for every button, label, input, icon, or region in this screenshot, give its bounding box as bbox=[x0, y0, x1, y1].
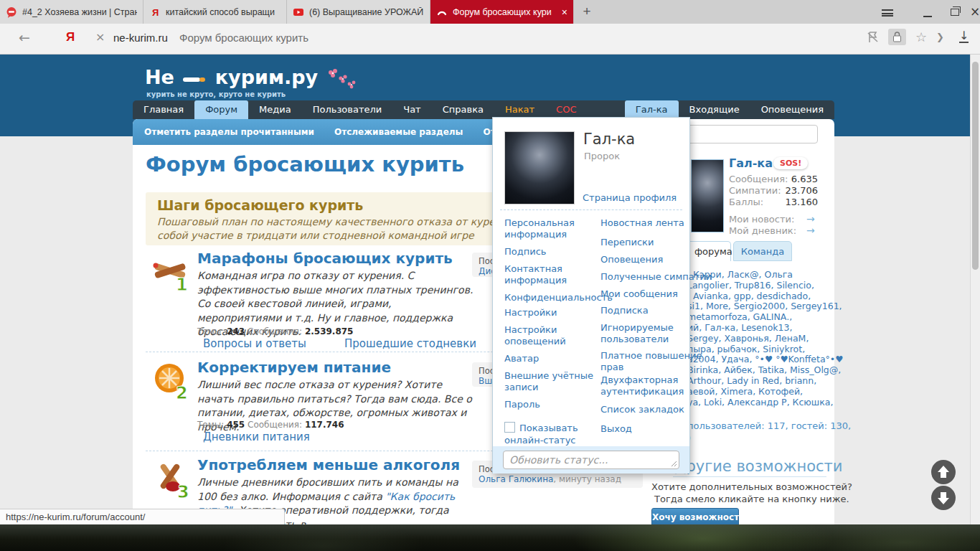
status-bar-url: https://ne-kurim.ru/forum/account/ bbox=[0, 509, 285, 524]
bookmark-star-icon[interactable]: ☆ bbox=[915, 29, 927, 44]
forum-title-nutrition[interactable]: Корректируем питание bbox=[197, 359, 391, 376]
browser-tab-3[interactable]: (6) Выращивание УРОЖАЙ bbox=[287, 0, 430, 24]
nav-alerts[interactable]: Оповещения bbox=[750, 100, 834, 119]
lastpost-user[interactable]: Ольга Галюкина bbox=[479, 474, 553, 484]
sidebar-username[interactable]: Гал-ка bbox=[729, 156, 773, 170]
link-personal-info[interactable]: Персональная информация bbox=[504, 217, 598, 240]
nav-glavnaya[interactable]: Главная bbox=[133, 100, 194, 119]
logo-text-left: Не bbox=[145, 66, 174, 88]
link-alerts[interactable]: Оповещения bbox=[600, 254, 663, 265]
online-line[interactable]: a2004, Удача, °•♥ °♥Konffeta°•♥ bbox=[687, 354, 831, 365]
nav-help[interactable]: Справка bbox=[432, 100, 494, 119]
scroll-top-button[interactable] bbox=[931, 460, 956, 484]
tab-close-icon[interactable]: × bbox=[562, 6, 567, 18]
page-scrollbar[interactable] bbox=[970, 55, 980, 524]
link-external-accounts[interactable]: Внешние учётные записи bbox=[504, 370, 598, 393]
stat-value: 23.706 bbox=[773, 185, 818, 196]
online-line[interactable]: пыра, рыбачок, Siniykrot, bbox=[687, 344, 831, 355]
nav-users[interactable]: Пользователи bbox=[302, 100, 393, 119]
nav-forum-active[interactable]: Форум bbox=[194, 100, 248, 119]
lock-icon bbox=[892, 32, 902, 42]
new-tab-button[interactable]: + bbox=[578, 3, 595, 20]
status-placeholder: Обновить статус... bbox=[504, 451, 679, 468]
forum-stats-nutrition: Темы: 455 Сообщения: 117.746 bbox=[197, 420, 344, 430]
address-bar: ← Я × ne-kurim.ru Форум бросающих курить… bbox=[0, 24, 980, 55]
online-line[interactable]: ий, Гал-ка, Lesenok13, bbox=[687, 323, 831, 334]
link-avatar[interactable]: Аватар bbox=[504, 353, 539, 364]
link-alert-preferences[interactable]: Настройки оповещений bbox=[504, 324, 598, 347]
scroll-bottom-button[interactable] bbox=[931, 486, 956, 510]
online-line[interactable]: ya, Loki, Александр Р, Ксюшка, bbox=[687, 397, 831, 408]
link-password[interactable]: Пароль bbox=[504, 399, 540, 410]
link-bookmarks[interactable]: Список закладок bbox=[600, 404, 684, 415]
sublink-questions[interactable]: Вопросы и ответы bbox=[203, 337, 306, 350]
restore-button[interactable] bbox=[944, 3, 966, 20]
link-account-upgrades[interactable]: Платное повышение прав bbox=[600, 350, 708, 373]
nav-media[interactable]: Медиа bbox=[248, 100, 302, 119]
browser-tab-active[interactable]: Форум бросающих кури × bbox=[430, 0, 574, 24]
my-diary-arrow[interactable]: → bbox=[806, 225, 815, 236]
link-two-factor[interactable]: Двухфакторная аутентификация bbox=[600, 375, 708, 397]
topics-label: Темы: bbox=[197, 420, 224, 430]
dropdown-user-avatar[interactable] bbox=[504, 131, 575, 204]
subnav-watched-forums[interactable]: Отслеживаемые разделы bbox=[334, 127, 463, 137]
status-update-field[interactable]: Обновить статус... bbox=[503, 451, 679, 469]
browser-menu-icon[interactable] bbox=[877, 3, 898, 20]
nav-chat[interactable]: Чат bbox=[392, 100, 431, 119]
lock-badge[interactable] bbox=[888, 29, 906, 45]
clear-address-icon[interactable]: × bbox=[95, 30, 105, 44]
link-preferences[interactable]: Настройки bbox=[504, 307, 557, 319]
browser-tab-1[interactable]: #4_2 Хозяева жизни | Стран bbox=[0, 0, 143, 24]
subnav-mark-read[interactable]: Отметить разделы прочитанными bbox=[144, 127, 314, 137]
forum-title-marathons[interactable]: Марафоны бросающих курить bbox=[197, 250, 453, 267]
online-line[interactable]: Sergey, Хавронья, ЛенаМ, bbox=[687, 334, 831, 344]
sidebar-user-avatar[interactable] bbox=[691, 159, 724, 232]
forum-icon-alcohol: 3 bbox=[151, 461, 193, 501]
address-domain[interactable]: ne-kurim.ru bbox=[113, 32, 168, 44]
online-line[interactable]: , Avianka, gpp, desdichado, bbox=[687, 291, 831, 302]
my-news-arrow[interactable]: → bbox=[806, 213, 815, 225]
logout-link[interactable]: Выход bbox=[600, 423, 632, 435]
online-line[interactable]: metamorfoza, GALINA., bbox=[687, 312, 831, 323]
link-subscription[interactable]: Подписка bbox=[600, 305, 649, 316]
close-window-button[interactable]: × bbox=[964, 3, 980, 20]
online-line[interactable]: si1, More, Sergio2000, Sergey161, bbox=[687, 301, 831, 312]
link-signature[interactable]: Подпись bbox=[504, 246, 598, 258]
online-count: пользователей: 117, гостей: 130, bbox=[687, 420, 851, 431]
scrollbar-thumb[interactable] bbox=[972, 62, 979, 270]
site-search-input[interactable] bbox=[686, 125, 818, 143]
online-status-checkbox-row[interactable]: Показывать онлайн-статус bbox=[504, 422, 585, 446]
lastpost-time: , минуту назад bbox=[553, 474, 621, 484]
sos-badge[interactable]: SOS! bbox=[773, 157, 808, 169]
tab-team[interactable]: Команда bbox=[733, 241, 792, 261]
link-likes-received[interactable]: Полученные симпатии bbox=[600, 271, 712, 283]
promo-button[interactable]: Хочу возможности bbox=[651, 508, 739, 524]
sublink-food-diaries[interactable]: Дневники питания bbox=[203, 430, 310, 443]
browser-tab-2[interactable]: Я китайский способ выращи bbox=[143, 0, 287, 24]
back-button[interactable]: ← bbox=[19, 29, 30, 45]
topics-count: 243 bbox=[227, 326, 245, 336]
forum-title-alcohol[interactable]: Употребляем меньше алкоголя bbox=[197, 456, 460, 474]
online-line[interactable]: Birinka, Айбек, Tatika, Miss_Olg@, bbox=[687, 365, 831, 376]
link-privacy[interactable]: Конфиденциальность bbox=[504, 292, 613, 303]
yandex-logo-icon[interactable]: Я bbox=[66, 30, 75, 44]
link-my-messages[interactable]: Мои сообщения bbox=[600, 288, 678, 300]
account-dropdown: Гал-ка Пророк Страница профиля Персональ… bbox=[492, 117, 690, 474]
collapse-chevron-icon[interactable]: ❯ bbox=[936, 32, 944, 42]
online-line[interactable]: аевой, Ximera, Котофей, bbox=[687, 387, 831, 397]
link-ignored-users[interactable]: Игнорируемые пользователи bbox=[600, 322, 708, 345]
checkbox-unchecked[interactable] bbox=[504, 422, 515, 433]
minimize-button[interactable] bbox=[917, 3, 938, 20]
sublink-stodnevki[interactable]: Прошедшие стодневки bbox=[344, 337, 476, 350]
link-conversations[interactable]: Переписки bbox=[600, 237, 654, 248]
download-icon[interactable]: ↓ bbox=[959, 29, 969, 43]
messages-label: Сообщения: bbox=[248, 326, 302, 336]
protect-flag-icon[interactable] bbox=[867, 31, 880, 44]
resize-handle-icon[interactable] bbox=[671, 461, 677, 467]
online-line[interactable]: Arthour, Lady in Red, briann, bbox=[687, 376, 831, 387]
link-contact-info[interactable]: Контактная информация bbox=[504, 263, 598, 286]
nekurim-favicon bbox=[436, 6, 448, 18]
link-news-feed[interactable]: Новостная лента bbox=[600, 217, 684, 229]
site-logo[interactable]: Не курим.ру bbox=[145, 66, 358, 90]
profile-page-link[interactable]: Страница профиля bbox=[583, 192, 677, 204]
